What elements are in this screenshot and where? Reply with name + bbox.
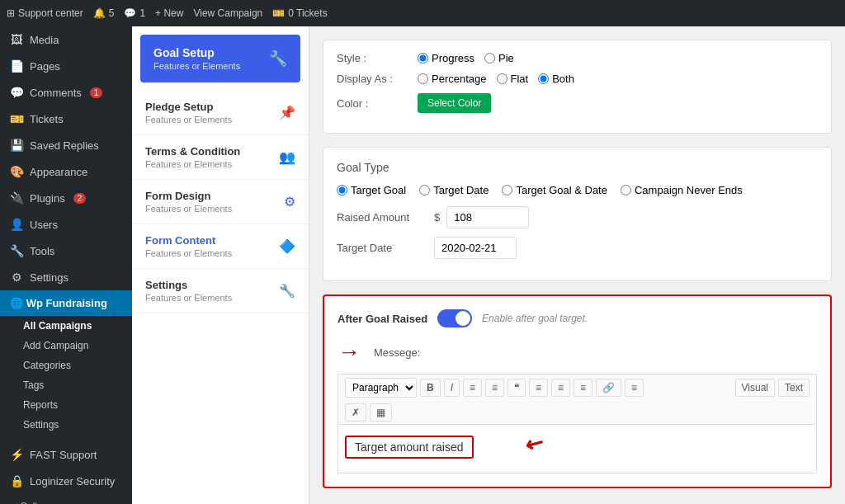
target-goal-radio[interactable]	[337, 185, 347, 195]
target-goal-date-option[interactable]: Target Goal & Date	[502, 184, 607, 196]
adminbar-notifications[interactable]: 🔔 5	[93, 7, 115, 19]
campaign-panel: Goal Setup Features or Elements 🔧 Pledge…	[132, 26, 309, 504]
tickets-icon: 🎫	[10, 112, 23, 125]
style-pie-radio[interactable]	[484, 53, 495, 64]
campaign-never-ends-option[interactable]: Campaign Never Ends	[621, 184, 743, 196]
goal-type-options: Target Goal Target Date Target Goal & Da…	[337, 184, 818, 196]
collapse-menu-button[interactable]: ◀ Collapse menu	[0, 494, 132, 504]
style-pie-option[interactable]: Pie	[484, 52, 514, 64]
sidebar-item-fast-support[interactable]: ⚡ FAST Support	[0, 441, 132, 468]
adminbar-comments[interactable]: 💬 1	[124, 7, 145, 19]
users-icon: 👤	[10, 218, 23, 231]
sidebar-sub-add-campaign[interactable]: Add Campaign	[0, 336, 132, 356]
display-percentage-option[interactable]: Percentage	[418, 73, 487, 85]
comments-icon: 💬	[10, 86, 23, 99]
after-goal-toggle[interactable]	[437, 309, 472, 327]
more-button[interactable]: ≡	[625, 379, 644, 397]
text-tab[interactable]: Text	[778, 379, 810, 397]
ol-button[interactable]: ≡	[485, 379, 504, 397]
arrow-right-icon: →	[338, 339, 361, 365]
goal-setup-header[interactable]: Goal Setup Features or Elements 🔧	[140, 35, 300, 82]
campaign-never-ends-radio[interactable]	[621, 185, 631, 195]
style-row: Style : Progress Pie	[337, 52, 818, 64]
sidebar-sub-all-campaigns[interactable]: All Campaigns	[0, 316, 132, 336]
visual-tab[interactable]: Visual	[735, 379, 775, 397]
tools-icon: 🔧	[10, 244, 23, 257]
sidebar-item-loginizer[interactable]: 🔒 Loginizer Security	[0, 468, 132, 494]
sidebar-item-tickets[interactable]: 🎫 Tickets	[0, 106, 132, 132]
align-center-button[interactable]: ≡	[551, 379, 570, 397]
sidebar-item-users[interactable]: 👤 Users	[0, 211, 132, 238]
paragraph-select[interactable]: Paragraph	[345, 378, 417, 398]
sidebar-item-comments[interactable]: 💬 Comments 1	[0, 79, 132, 106]
toggle-track	[437, 309, 472, 327]
form-content-section[interactable]: Form Content Features or Elements 🔷	[132, 224, 309, 269]
after-goal-header: After Goal Raised Enable after goal targ…	[338, 309, 817, 327]
pledge-setup-section[interactable]: Pledge Setup Features or Elements 📌	[132, 91, 309, 135]
italic-button[interactable]: I	[444, 379, 460, 397]
color-label: Color :	[337, 97, 411, 110]
bold-button[interactable]: B	[420, 379, 441, 397]
media-icon: 🖼	[10, 33, 23, 46]
adminbar-tickets[interactable]: 🎫 0 Tickets	[272, 7, 327, 19]
target-date-input[interactable]	[434, 237, 517, 259]
goal-setup-sub: Features or Elements	[153, 61, 240, 71]
style-progress-option[interactable]: Progress	[418, 52, 474, 64]
sidebar-sub-settings[interactable]: Settings	[0, 415, 132, 435]
blockquote-button[interactable]: ❝	[507, 379, 526, 397]
sidebar-item-tools[interactable]: 🔧 Tools	[0, 238, 132, 264]
display-flat-radio[interactable]	[497, 73, 507, 84]
special-char-button[interactable]: ✗	[345, 403, 366, 422]
pages-icon: 📄	[10, 59, 23, 73]
sidebar-item-appearance[interactable]: 🎨 Appearance	[0, 158, 132, 185]
target-goal-date-radio[interactable]	[502, 185, 512, 195]
terms-condition-icon: 👥	[279, 149, 295, 165]
fast-support-icon: ⚡	[10, 448, 23, 461]
table-button[interactable]: ▦	[370, 403, 392, 422]
wp-fundraising-menu[interactable]: 🌐 Wp Fundraising	[0, 290, 132, 316]
after-goal-card: After Goal Raised Enable after goal targ…	[323, 294, 832, 488]
sidebar-sub-categories[interactable]: Categories	[0, 356, 132, 375]
adminbar-site[interactable]: ⊞ Support center	[7, 7, 83, 19]
sidebar-item-saved-replies[interactable]: 💾 Saved Replies	[0, 132, 132, 158]
align-right-button[interactable]: ≡	[574, 379, 592, 397]
sidebar-item-media[interactable]: 🖼 Media	[0, 26, 132, 53]
settings-icon: ⚙	[10, 271, 23, 284]
sidebar: 🖼 Media 📄 Pages 💬 Comments 1 🎫 Tickets 💾…	[0, 26, 132, 504]
align-left-button[interactable]: ≡	[529, 379, 548, 397]
sidebar-sub-tags[interactable]: Tags	[0, 375, 132, 395]
terms-condition-section[interactable]: Terms & Condition Features or Elements 👥	[132, 135, 309, 180]
style-progress-radio[interactable]	[418, 53, 428, 64]
sidebar-item-plugins[interactable]: 🔌 Plugins 2	[0, 185, 132, 211]
collapse-icon: ◀	[10, 501, 17, 504]
raised-amount-input[interactable]	[446, 206, 529, 228]
editor-area[interactable]: Target amount raised ↙	[338, 424, 817, 473]
sidebar-item-settings[interactable]: ⚙ Settings	[0, 264, 132, 290]
content-panel: Style : Progress Pie	[309, 26, 845, 504]
display-percentage-radio[interactable]	[418, 73, 428, 84]
goal-type-card: Goal Type Target Goal Target Date Tar	[323, 147, 832, 281]
campaign-settings-section[interactable]: Settings Features or Elements 🔧	[132, 269, 309, 313]
target-date-option[interactable]: Target Date	[419, 184, 489, 196]
display-as-radio-group: Percentage Flat Both	[418, 73, 574, 85]
display-both-option[interactable]: Both	[538, 73, 574, 85]
after-goal-title: After Goal Raised	[338, 313, 427, 325]
link-button[interactable]: 🔗	[596, 379, 621, 397]
sidebar-item-pages[interactable]: 📄 Pages	[0, 53, 132, 79]
target-date-radio[interactable]	[419, 185, 430, 195]
display-both-radio[interactable]	[538, 73, 549, 84]
adminbar-new[interactable]: + New	[155, 7, 183, 19]
form-content-icon: 🔷	[279, 238, 295, 254]
sidebar-sub-reports[interactable]: Reports	[0, 395, 132, 415]
raised-amount-row: Raised Amount $	[337, 206, 818, 228]
form-design-section[interactable]: Form Design Features or Elements ⚙	[132, 180, 309, 224]
select-color-button[interactable]: Select Color	[418, 93, 491, 113]
toolbar-left: Paragraph B I ≡ ≡ ❝ ≡ ≡ ≡ 🔗 ≡	[345, 378, 644, 398]
message-row: → Messege:	[338, 339, 817, 365]
form-design-icon: ⚙	[284, 194, 295, 210]
display-flat-option[interactable]: Flat	[497, 73, 529, 85]
adminbar-view-campaign[interactable]: View Campaign	[193, 7, 262, 19]
ul-button[interactable]: ≡	[463, 379, 482, 397]
target-goal-option[interactable]: Target Goal	[337, 184, 406, 196]
editor-toolbar: Paragraph B I ≡ ≡ ❝ ≡ ≡ ≡ 🔗 ≡	[338, 374, 817, 401]
